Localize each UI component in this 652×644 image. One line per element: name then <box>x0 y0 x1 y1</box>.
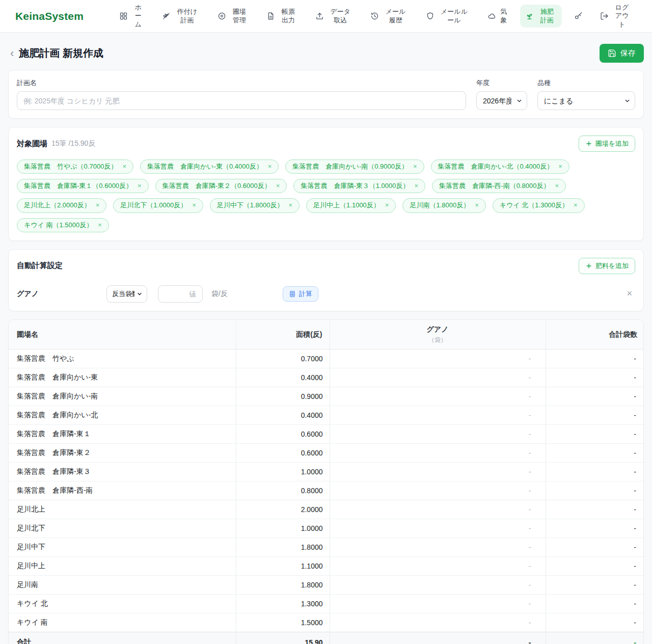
chip-close-icon[interactable]: × <box>414 181 418 191</box>
chip-close-icon[interactable]: × <box>574 201 578 210</box>
calc-unit-label: 袋/反 <box>211 289 228 299</box>
nav-item-label: 圃場管理 <box>230 8 249 24</box>
nav-item-home[interactable]: ホーム <box>114 1 150 32</box>
field-chip-label: 足川北下（1.0000反） <box>120 201 187 210</box>
guano-cell: - <box>330 368 546 387</box>
nav-item-label: 作付け計画 <box>174 8 200 24</box>
map-pin-icon <box>218 12 226 20</box>
table-row: 集落営農 竹やぶ 0.7000 - - <box>9 350 644 368</box>
field-chip: 集落営農 竹やぶ（0.7000反） × <box>17 159 133 174</box>
footer-total-cell: - <box>546 632 644 644</box>
nav-item-logout[interactable]: ログアウト <box>595 1 637 32</box>
chip-close-icon[interactable]: × <box>288 201 292 210</box>
nav-item-weather[interactable]: 気象 <box>482 5 512 28</box>
nav-item-data-import[interactable]: データ取込 <box>310 5 358 28</box>
chip-close-icon[interactable]: × <box>385 201 389 210</box>
chip-close-icon[interactable]: × <box>192 201 196 210</box>
chip-close-icon[interactable]: × <box>558 162 562 171</box>
nav-item-label: ホーム <box>131 4 145 29</box>
shield-icon <box>426 12 434 20</box>
chip-close-icon[interactable]: × <box>276 181 280 191</box>
area-cell: 0.6000 <box>236 444 330 463</box>
nav-item-label: データ取込 <box>328 8 353 24</box>
guano-cell: - <box>330 595 546 613</box>
area-cell: 1.1000 <box>236 557 330 576</box>
area-cell: 0.4000 <box>236 368 330 387</box>
upload-icon <box>315 12 324 20</box>
field-name-cell: キウイ 南 <box>9 613 236 632</box>
nav-item-mail-history[interactable]: メール履歴 <box>365 5 413 28</box>
field-chip: 集落営農 倉庫向かい-南（0.9000反） × <box>285 159 424 174</box>
field-chip: キウイ 北（1.3000反） × <box>493 198 585 212</box>
nav-item-key[interactable] <box>569 9 588 23</box>
col-header-field-name: 圃場名 <box>9 320 236 350</box>
target-fields-summary: 15筆 /15.90反 <box>51 139 95 148</box>
add-fertilizer-button[interactable]: 肥料を追加 <box>579 258 635 274</box>
col-header-guano-unit: （袋） <box>337 336 538 344</box>
calculator-icon <box>289 290 296 298</box>
nav-item-report-output[interactable]: 帳票出力 <box>261 5 303 28</box>
area-cell: 1.3000 <box>236 595 330 613</box>
total-bags-cell: - <box>546 350 644 368</box>
field-chip-list: 集落営農 竹やぶ（0.7000反） × 集落営農 倉庫向かい-東（0.4000反… <box>17 159 635 232</box>
chip-close-icon[interactable]: × <box>413 162 417 171</box>
nav-item-label: ログアウト <box>612 4 632 29</box>
nav-item-field-management[interactable]: 圃場管理 <box>212 5 254 28</box>
total-bags-cell: - <box>546 444 644 463</box>
calculate-button[interactable]: 計算 <box>283 286 318 302</box>
table-row: 足川中下 1.8000 - - <box>9 538 644 557</box>
chip-close-icon[interactable]: × <box>98 221 102 230</box>
field-chip-label: 足川中上（1.1000反） <box>313 201 380 210</box>
document-icon <box>266 12 275 20</box>
year-select[interactable]: 2026年度 <box>476 91 527 110</box>
nav-item-cropping-plan[interactable]: 作付け計画 <box>157 5 205 28</box>
field-name-cell: 足川中下 <box>9 538 236 557</box>
field-chip-label: 集落営農 倉庫隣-西-南（0.8000反） <box>439 181 550 191</box>
guano-cell: - <box>330 444 546 463</box>
guano-cell: - <box>330 538 546 557</box>
field-chip-label: 足川中下（1.8000反） <box>217 201 284 210</box>
area-cell: 2.0000 <box>236 500 330 519</box>
field-chip-label: 集落営農 倉庫隣-東３（1.0000反） <box>301 181 409 191</box>
chip-close-icon[interactable]: × <box>555 181 559 191</box>
calc-mode-select[interactable]: 反当袋数 <box>106 285 147 303</box>
table-row: 集落営農 倉庫隣-東３ 1.0000 - - <box>9 463 644 481</box>
chip-close-icon[interactable]: × <box>475 201 479 210</box>
total-bags-cell: - <box>546 481 644 500</box>
field-name-cell: 集落営農 倉庫向かい-南 <box>9 387 236 406</box>
nav-item-label: 帳票出力 <box>279 8 298 24</box>
table-row: 集落営農 倉庫向かい-北 0.4000 - - <box>9 406 644 425</box>
back-button[interactable]: ‹ <box>8 48 19 59</box>
add-field-button[interactable]: 圃場を追加 <box>579 136 635 152</box>
variety-select[interactable]: にこまる <box>537 91 635 110</box>
field-name-cell: 集落営農 倉庫向かい-東 <box>9 368 236 387</box>
plan-name-input[interactable] <box>17 91 466 110</box>
total-bags-cell: - <box>546 406 644 425</box>
save-button[interactable]: 保存 <box>600 44 644 63</box>
total-bags-cell: - <box>546 387 644 406</box>
table-row: 集落営農 倉庫向かい-南 0.9000 - - <box>9 387 644 406</box>
field-chip: 足川南（1.8000反） × <box>402 198 485 212</box>
nav-item-fertilization-plan[interactable]: 施肥計画 <box>520 5 562 28</box>
remove-fertilizer-icon[interactable]: × <box>623 288 635 299</box>
area-cell: 0.7000 <box>236 350 330 368</box>
year-label: 年度 <box>476 78 527 88</box>
total-bags-cell: - <box>546 613 644 632</box>
chip-close-icon[interactable]: × <box>268 162 272 171</box>
chip-close-icon[interactable]: × <box>138 181 142 191</box>
calc-value-input[interactable] <box>158 285 203 303</box>
plan-name-label: 計画名 <box>17 78 466 88</box>
field-name-cell: 集落営農 倉庫隣-東２ <box>9 444 236 463</box>
chip-close-icon[interactable]: × <box>122 162 126 171</box>
add-fertilizer-button-label: 肥料を追加 <box>595 261 629 271</box>
fertilizer-name: グアノ <box>17 289 106 299</box>
guano-cell: - <box>330 519 546 538</box>
history-icon <box>370 12 379 20</box>
total-bags-cell: - <box>546 368 644 387</box>
chip-close-icon[interactable]: × <box>96 201 100 210</box>
nav-item-mail-rules[interactable]: メールルール <box>421 5 476 28</box>
brand-logo[interactable]: KeinaSystem <box>15 10 84 22</box>
field-name-cell: 足川中上 <box>9 557 236 576</box>
field-chip: 集落営農 倉庫向かい-東（0.4000反） × <box>140 159 279 174</box>
guano-cell: - <box>330 481 546 500</box>
